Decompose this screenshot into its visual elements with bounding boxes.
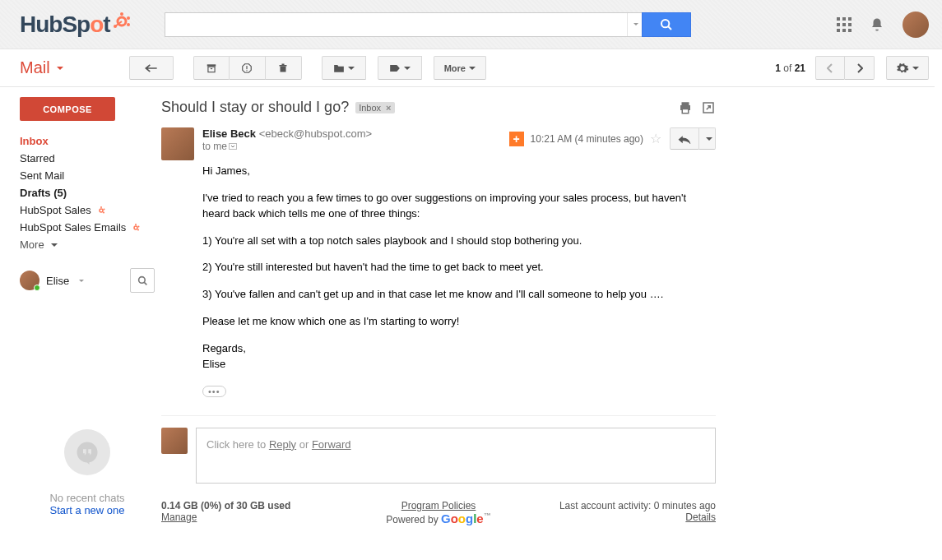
account-avatar[interactable]	[903, 12, 929, 38]
svg-point-27	[103, 211, 104, 213]
svg-rect-12	[842, 23, 846, 26]
sender-line: Elise Beck <ebeck@hubspot.com>	[202, 127, 372, 140]
archive-icon	[206, 62, 217, 74]
reply-more-button[interactable]	[699, 127, 716, 150]
sender-avatar[interactable]	[161, 127, 194, 160]
archive-button[interactable]	[193, 56, 230, 80]
popout-icon	[701, 100, 716, 115]
sidebar-item-label: Starred	[20, 152, 55, 164]
activity-text: Last account activity: 0 minutes ago	[559, 500, 716, 511]
svg-rect-10	[848, 17, 852, 21]
spam-icon	[241, 62, 253, 74]
self-name: Elise	[46, 275, 69, 287]
gear-icon	[896, 62, 909, 75]
svg-point-28	[134, 226, 137, 229]
svg-rect-17	[206, 64, 216, 66]
chat-search-button[interactable]	[130, 268, 155, 293]
sidebar-item-label: HubSpot Sales	[20, 204, 91, 216]
google-logo: Google™	[441, 511, 491, 525]
trash-icon	[278, 62, 288, 74]
svg-line-7	[668, 26, 671, 30]
action-group-3	[378, 56, 422, 80]
reply-link[interactable]: Reply	[269, 438, 296, 451]
svg-rect-13	[848, 23, 852, 26]
program-policies-link[interactable]: Program Policies	[401, 500, 476, 511]
delete-button[interactable]	[266, 56, 302, 80]
hangouts-start-link[interactable]: Start a new one	[49, 504, 124, 516]
body-paragraph: 3) You've fallen and can't get up and in…	[202, 287, 716, 303]
more-button[interactable]: More	[434, 56, 486, 80]
details-link[interactable]: Details	[685, 511, 716, 523]
message-view: Should I stay or should I go? Inbox× Eli…	[161, 86, 721, 534]
hubspot-logo[interactable]: HubSpot	[20, 12, 132, 38]
hangouts-icon	[64, 429, 110, 475]
chat-self-row[interactable]: Elise	[20, 268, 155, 298]
print-icon	[678, 100, 693, 115]
show-trimmed-button[interactable]: •••	[202, 386, 226, 397]
sidebar-item-inbox[interactable]: Inbox	[20, 132, 155, 150]
sidebar: COMPOSE InboxStarredSent MailDrafts (5)H…	[0, 86, 161, 534]
svg-rect-34	[682, 102, 689, 105]
move-to-button[interactable]	[322, 56, 366, 80]
apps-icon[interactable]	[837, 17, 852, 32]
back-button[interactable]	[129, 56, 174, 80]
print-button[interactable]	[678, 100, 693, 115]
hubspot-track-button[interactable]: +	[509, 132, 524, 146]
sprocket-icon	[96, 206, 106, 215]
sprocket-icon	[112, 12, 132, 31]
sidebar-item-sent-mail[interactable]: Sent Mail	[20, 167, 155, 184]
svg-rect-9	[842, 17, 846, 21]
svg-rect-18	[208, 67, 215, 72]
search-icon	[660, 18, 673, 31]
body-paragraph: Please let me know which one as I'm star…	[202, 314, 716, 330]
star-button[interactable]: ☆	[650, 131, 661, 146]
details-dropdown-icon[interactable]	[229, 143, 237, 150]
search-input[interactable]	[165, 13, 627, 36]
app-header: HubSpot	[0, 0, 942, 49]
sidebar-item-label: Sent Mail	[20, 169, 64, 182]
svg-line-33	[144, 282, 146, 285]
compose-button[interactable]: COMPOSE	[20, 97, 115, 121]
sidebar-item-hubspot-sales[interactable]: HubSpot Sales	[20, 201, 155, 219]
body-paragraph: Regards,Elise	[202, 341, 716, 373]
sidebar-item-hubspot-sales-emails[interactable]: HubSpot Sales Emails	[20, 219, 155, 236]
mail-switcher[interactable]: Mail	[20, 58, 63, 77]
back-arrow-icon	[143, 62, 160, 74]
settings-button[interactable]	[886, 56, 929, 80]
reply-compose-box[interactable]: Click here to Reply or Forward	[196, 428, 716, 484]
svg-rect-36	[682, 109, 689, 113]
notifications-icon[interactable]	[870, 17, 884, 32]
open-new-window-button[interactable]	[701, 100, 716, 115]
sidebar-item-starred[interactable]: Starred	[20, 150, 155, 167]
self-avatar	[20, 271, 39, 290]
recipient-line[interactable]: to me	[202, 141, 372, 152]
svg-point-2	[127, 16, 130, 20]
label-chip-inbox[interactable]: Inbox×	[355, 102, 394, 113]
body-paragraph: 1) You're all set with a top notch sales…	[202, 234, 716, 249]
body-paragraph: I've tried to reach you a few times to g…	[202, 191, 716, 222]
forward-link[interactable]: Forward	[312, 438, 351, 451]
remove-label-icon[interactable]: ×	[386, 103, 391, 113]
newer-button[interactable]	[815, 56, 845, 80]
sidebar-item-drafts-5-[interactable]: Drafts (5)	[20, 184, 155, 201]
svg-rect-11	[837, 23, 840, 26]
search-options-dropdown[interactable]	[627, 13, 642, 36]
sidebar-more[interactable]: More	[20, 236, 155, 253]
svg-point-30	[138, 225, 140, 227]
svg-point-26	[103, 208, 104, 210]
older-button[interactable]	[845, 56, 875, 80]
reply-button[interactable]	[670, 127, 699, 150]
spam-button[interactable]	[230, 56, 266, 80]
sprocket-icon	[131, 223, 141, 233]
manage-storage-link[interactable]: Manage	[161, 511, 197, 523]
sidebar-item-label: Drafts (5)	[20, 187, 67, 199]
svg-point-25	[100, 206, 102, 208]
svg-rect-38	[230, 144, 237, 150]
action-group-1	[193, 56, 302, 80]
sidebar-item-label: Inbox	[20, 135, 49, 147]
svg-rect-19	[247, 66, 248, 69]
hangouts-empty-text: No recent chats	[20, 492, 155, 504]
labels-button[interactable]	[378, 56, 422, 80]
search-button[interactable]	[642, 12, 691, 37]
message: Elise Beck <ebeck@hubspot.com> to me + 1…	[161, 127, 716, 416]
